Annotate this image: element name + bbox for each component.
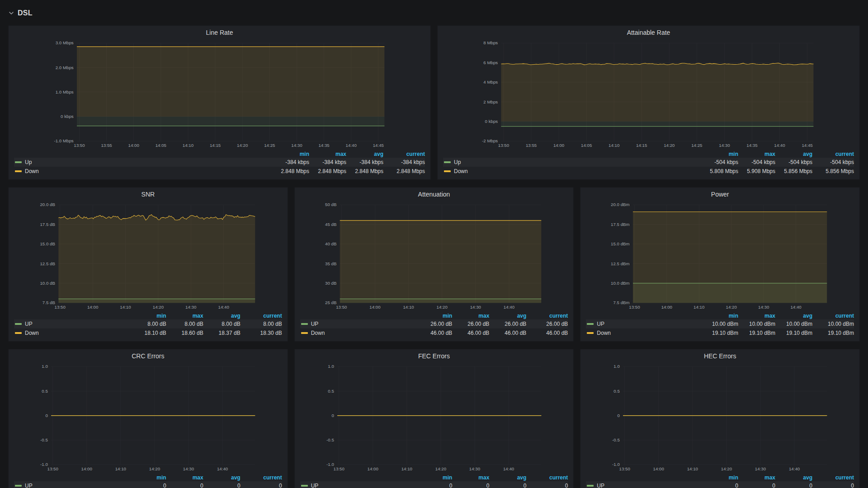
legend-series-name: UP — [25, 321, 33, 327]
svg-text:14:20: 14:20 — [726, 305, 737, 310]
svg-text:3.0 Mbps: 3.0 Mbps — [56, 40, 74, 45]
row-header-dsl[interactable]: DSL — [8, 5, 860, 21]
legend-sort-max[interactable]: max — [738, 151, 775, 157]
legend-value: 2.848 Mbps — [309, 168, 346, 174]
legend-sort-avg[interactable]: avg — [489, 474, 526, 481]
legend-sort-max[interactable]: max — [452, 474, 489, 481]
legend-sort-min[interactable]: min — [701, 313, 738, 319]
legend-row: Down46.00 dB46.00 dB46.00 dB46.00 dB — [300, 328, 568, 338]
legend-row: Up-504 kbps-504 kbps-504 kbps-504 kbps — [443, 158, 854, 167]
legend-sort-avg[interactable]: avg — [775, 474, 812, 481]
panel-title[interactable]: HEC Errors — [582, 349, 858, 363]
svg-text:15.0 dBm: 15.0 dBm — [611, 241, 630, 246]
panel-title[interactable]: FEC Errors — [297, 349, 572, 363]
legend-series-toggle[interactable]: UP — [586, 483, 701, 488]
time-series-chart[interactable]: 50 dB45 dB40 dB35 dB30 dB25 dB13:5014:00… — [297, 201, 572, 311]
legend-value: 0 — [129, 483, 166, 488]
legend-sort-avg[interactable]: avg — [775, 313, 812, 319]
legend-series-toggle[interactable]: Up — [443, 159, 701, 165]
legend-series-name: UP — [311, 321, 319, 327]
legend-sort-min[interactable]: min — [415, 474, 452, 481]
legend-sort-current[interactable]: current — [526, 474, 568, 481]
series-color-dash — [444, 161, 451, 163]
legend-header-row: minmaxavgcurrent — [14, 474, 282, 481]
legend-series-toggle[interactable]: UP — [586, 321, 701, 327]
legend-sort-min[interactable]: min — [129, 313, 166, 319]
legend-sort-current[interactable]: current — [241, 313, 282, 319]
legend-series-toggle[interactable]: Down — [443, 168, 701, 174]
legend-sort-max[interactable]: max — [309, 151, 346, 157]
legend-sort-avg[interactable]: avg — [489, 313, 526, 319]
legend-value: 2.848 Mbps — [272, 168, 309, 174]
legend-series-toggle[interactable]: UP — [300, 321, 415, 327]
svg-text:30 dB: 30 dB — [325, 281, 336, 286]
legend-sort-current[interactable]: current — [812, 313, 854, 319]
svg-text:13:50: 13:50 — [336, 305, 347, 310]
legend-sort-current[interactable]: current — [383, 151, 425, 157]
legend-sort-avg[interactable]: avg — [346, 151, 383, 157]
legend-series-toggle[interactable]: UP — [300, 483, 415, 488]
legend-series-toggle[interactable]: Down — [14, 168, 272, 174]
legend-series-toggle[interactable]: UP — [14, 483, 129, 488]
time-series-chart[interactable]: 1.00.50-0.5-1.013:5014:0014:1014:2014:30… — [10, 363, 286, 473]
legend-sort-min[interactable]: min — [701, 151, 738, 157]
legend-value: 8.00 dB — [129, 321, 166, 327]
series-color-dash — [444, 170, 451, 172]
legend-header-row: minmaxavgcurrent — [443, 150, 854, 158]
svg-text:-1.0 Mbps: -1.0 Mbps — [54, 138, 73, 143]
legend-sort-avg[interactable]: avg — [203, 474, 241, 481]
legend-sort-min[interactable]: min — [129, 474, 166, 481]
legend-row: UP8.00 dB8.00 dB8.00 dB8.00 dB — [14, 319, 282, 328]
svg-text:13:50: 13:50 — [55, 305, 66, 310]
legend-row: Down19.10 dBm19.10 dBm19.10 dBm19.10 dBm — [586, 328, 854, 338]
legend-sort-current[interactable]: current — [526, 313, 568, 319]
svg-text:0.5: 0.5 — [614, 389, 620, 394]
legend-sort-avg[interactable]: avg — [203, 313, 241, 319]
legend-series-name: UP — [311, 483, 319, 488]
legend-sort-current[interactable]: current — [812, 151, 854, 157]
legend: minmaxavgcurrentUp-384 kbps-384 kbps-384… — [10, 149, 429, 179]
legend-value: 0 — [526, 483, 568, 488]
legend-series-toggle[interactable]: Down — [300, 330, 415, 336]
svg-text:14:10: 14:10 — [693, 305, 705, 310]
panel-title[interactable]: Line Rate — [10, 26, 429, 39]
legend-sort-max[interactable]: max — [452, 313, 489, 319]
svg-text:14:35: 14:35 — [318, 143, 329, 148]
legend-series-toggle[interactable]: Down — [14, 330, 129, 336]
legend-series-name: UP — [25, 483, 33, 488]
legend-sort-max[interactable]: max — [166, 474, 203, 481]
time-series-chart[interactable]: 8 Mbps6 Mbps4 Mbps2 Mbps0 kbps-2 Mbps13:… — [439, 39, 858, 149]
panel-title[interactable]: SNR — [10, 188, 286, 201]
legend-series-toggle[interactable]: UP — [14, 321, 129, 327]
time-series-chart[interactable]: 20.0 dB17.5 dB15.0 dB12.5 dB10.0 dB7.5 d… — [10, 201, 286, 311]
time-series-chart[interactable]: 3.0 Mbps2.0 Mbps1.0 Mbps0 kbps-1.0 Mbps1… — [10, 39, 429, 149]
svg-text:14:40: 14:40 — [217, 466, 228, 471]
legend-sort-max[interactable]: max — [166, 313, 203, 319]
time-series-chart[interactable]: 20.0 dBm17.5 dBm15.0 dBm12.5 dBm10.0 dBm… — [582, 201, 858, 311]
legend-sort-current[interactable]: current — [812, 474, 854, 481]
legend-sort-min[interactable]: min — [272, 151, 309, 157]
time-series-chart[interactable]: 1.00.50-0.5-1.013:5014:0014:1014:2014:30… — [582, 363, 858, 473]
legend-value: 26.00 dB — [489, 321, 526, 327]
legend-sort-avg[interactable]: avg — [775, 151, 812, 157]
series-color-dash — [301, 485, 308, 487]
legend-series-toggle[interactable]: Up — [14, 159, 272, 165]
legend-sort-max[interactable]: max — [738, 313, 775, 319]
legend-sort-min[interactable]: min — [415, 313, 452, 319]
panel-title[interactable]: Attainable Rate — [439, 26, 858, 39]
chart-area: 1.00.50-0.5-1.013:5014:0014:1014:2014:30… — [297, 363, 572, 473]
svg-text:50 dB: 50 dB — [325, 202, 336, 207]
svg-text:-0.5: -0.5 — [612, 437, 620, 442]
legend-value: 18.37 dB — [203, 330, 241, 336]
legend-series-toggle[interactable]: Down — [586, 330, 701, 336]
svg-text:14:30: 14:30 — [758, 305, 769, 310]
panel-title[interactable]: CRC Errors — [10, 349, 286, 363]
svg-text:0: 0 — [45, 413, 48, 418]
legend-sort-current[interactable]: current — [241, 474, 282, 481]
panel-title[interactable]: Power — [582, 188, 858, 201]
legend-sort-max[interactable]: max — [738, 474, 775, 481]
svg-text:14:05: 14:05 — [156, 143, 166, 148]
legend-sort-min[interactable]: min — [701, 474, 738, 481]
time-series-chart[interactable]: 1.00.50-0.5-1.013:5014:0014:1014:2014:30… — [297, 363, 572, 473]
panel-title[interactable]: Attenuation — [297, 188, 572, 201]
